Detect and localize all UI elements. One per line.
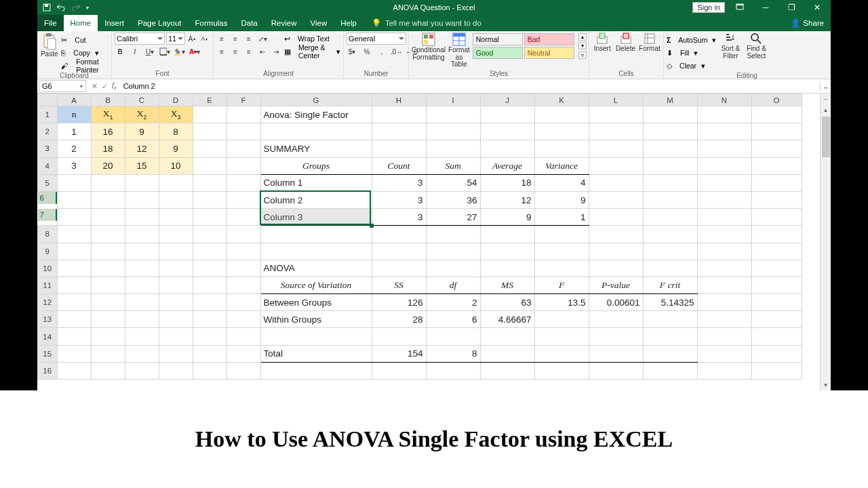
cell-D10[interactable] bbox=[159, 260, 193, 277]
cell-O15[interactable] bbox=[751, 345, 802, 362]
close-icon[interactable]: ✕ bbox=[806, 3, 828, 12]
cell-B8[interactable] bbox=[91, 226, 125, 243]
cell-J5[interactable]: 18 bbox=[480, 174, 534, 191]
cell-I14[interactable] bbox=[426, 328, 480, 345]
cell-C13[interactable] bbox=[125, 311, 159, 328]
cell-C16[interactable] bbox=[125, 362, 159, 379]
scroll-thumb[interactable] bbox=[822, 117, 830, 157]
style-neutral[interactable]: Neutral bbox=[524, 47, 574, 59]
cell-M14[interactable] bbox=[643, 328, 697, 345]
cell-C3[interactable]: 12 bbox=[125, 140, 159, 157]
cell-L15[interactable] bbox=[589, 345, 643, 362]
cell-J8[interactable] bbox=[480, 226, 534, 243]
cell-O14[interactable] bbox=[751, 328, 802, 345]
cell-L6[interactable] bbox=[589, 191, 643, 208]
cell-I3[interactable] bbox=[426, 140, 480, 157]
row-header-10[interactable]: 10 bbox=[38, 260, 58, 277]
cell-M3[interactable] bbox=[643, 140, 697, 157]
cell-J15[interactable] bbox=[480, 345, 534, 362]
cell-G4[interactable]: Groups bbox=[260, 157, 372, 174]
cell-M4[interactable] bbox=[643, 157, 697, 174]
cell-I4[interactable]: Sum bbox=[426, 157, 480, 174]
cell-C5[interactable] bbox=[125, 174, 159, 191]
vertical-scrollbar[interactable]: ─ ▲ ▼ bbox=[820, 94, 831, 390]
cell-N9[interactable] bbox=[697, 243, 751, 260]
row-header-6[interactable]: 6 bbox=[38, 192, 57, 204]
cell-J2[interactable] bbox=[480, 123, 534, 140]
cell-A12[interactable] bbox=[57, 294, 91, 311]
cell-D2[interactable]: 8 bbox=[159, 123, 193, 140]
cell-C4[interactable]: 15 bbox=[125, 157, 159, 174]
cell-O7[interactable] bbox=[751, 209, 802, 226]
cell-O12[interactable] bbox=[751, 294, 802, 311]
font-name-select[interactable]: Calibri bbox=[115, 33, 165, 45]
cell-H16[interactable] bbox=[372, 362, 426, 379]
align-left-icon[interactable]: ≡ bbox=[216, 46, 227, 57]
cell-A11[interactable] bbox=[57, 277, 91, 293]
number-format-select[interactable]: General bbox=[347, 33, 406, 45]
cell-E9[interactable] bbox=[193, 243, 226, 260]
cell-N2[interactable] bbox=[697, 123, 751, 140]
style-good[interactable]: Good bbox=[473, 47, 523, 59]
cell-G14[interactable] bbox=[260, 328, 372, 345]
cell-H8[interactable] bbox=[372, 226, 426, 243]
cell-E7[interactable] bbox=[193, 209, 226, 226]
bold-button[interactable]: B bbox=[115, 46, 125, 57]
tab-data[interactable]: Data bbox=[235, 15, 264, 31]
fx-icon[interactable]: fx bbox=[112, 81, 121, 91]
cell-E6[interactable] bbox=[193, 191, 226, 208]
cell-N5[interactable] bbox=[697, 174, 751, 191]
cell-M10[interactable] bbox=[643, 260, 697, 277]
cell-M7[interactable] bbox=[643, 209, 697, 226]
cell-A8[interactable] bbox=[57, 226, 91, 243]
cell-J6[interactable]: 12 bbox=[480, 191, 534, 208]
cell-K2[interactable] bbox=[534, 123, 589, 140]
cell-L11[interactable]: P-value bbox=[589, 277, 643, 293]
cell-M8[interactable] bbox=[643, 226, 697, 243]
find-select-button[interactable]: Find & Select bbox=[745, 33, 768, 60]
cell-K10[interactable] bbox=[534, 260, 589, 277]
autosum-button[interactable]: Σ AutoSum ▾ bbox=[667, 34, 716, 46]
cell-F1[interactable] bbox=[226, 106, 260, 123]
cell-F13[interactable] bbox=[226, 311, 260, 328]
scroll-down-icon[interactable]: ▼ bbox=[821, 380, 831, 390]
cell-B5[interactable] bbox=[91, 174, 125, 191]
cell-L1[interactable] bbox=[589, 106, 643, 123]
cell-O3[interactable] bbox=[751, 140, 802, 157]
cell-K8[interactable] bbox=[534, 226, 589, 243]
col-header-F[interactable]: F bbox=[226, 94, 260, 106]
row-header-2[interactable]: 2 bbox=[38, 123, 58, 140]
align-right-icon[interactable]: ≡ bbox=[243, 46, 254, 57]
cell-J1[interactable] bbox=[480, 106, 534, 123]
cell-B16[interactable] bbox=[91, 362, 125, 379]
cell-J3[interactable] bbox=[480, 140, 534, 157]
cell-G15[interactable]: Total bbox=[260, 345, 372, 362]
cell-E3[interactable] bbox=[193, 140, 226, 157]
row-header-12[interactable]: 12 bbox=[38, 294, 58, 311]
cell-F12[interactable] bbox=[226, 294, 260, 311]
enter-formula-icon[interactable]: ✓ bbox=[102, 82, 108, 91]
cell-K12[interactable]: 13.5 bbox=[534, 294, 589, 311]
cell-H4[interactable]: Count bbox=[372, 157, 426, 174]
format-painter-button[interactable]: 🖌 Format Painter bbox=[61, 60, 108, 72]
cell-I10[interactable] bbox=[426, 260, 480, 277]
cell-I15[interactable]: 8 bbox=[426, 345, 480, 362]
cell-E2[interactable] bbox=[193, 123, 226, 140]
cell-I6[interactable]: 36 bbox=[426, 191, 480, 208]
cell-D4[interactable]: 10 bbox=[159, 157, 193, 174]
cell-I5[interactable]: 54 bbox=[426, 174, 480, 191]
cell-L12[interactable]: 0.00601 bbox=[589, 294, 643, 311]
cell-B3[interactable]: 18 bbox=[91, 140, 125, 157]
underline-button[interactable]: U▾ bbox=[144, 46, 155, 57]
cell-N10[interactable] bbox=[697, 260, 751, 277]
cell-A14[interactable] bbox=[57, 328, 91, 345]
col-header-O[interactable]: O bbox=[751, 94, 802, 106]
cell-C14[interactable] bbox=[125, 328, 159, 345]
cell-B15[interactable] bbox=[91, 345, 125, 362]
clear-button[interactable]: ◇ Clear ▾ bbox=[667, 60, 716, 72]
cell-A9[interactable] bbox=[57, 243, 91, 260]
cell-K9[interactable] bbox=[534, 243, 589, 260]
cell-N3[interactable] bbox=[697, 140, 751, 157]
cell-A13[interactable] bbox=[57, 311, 91, 328]
redo-icon[interactable] bbox=[71, 3, 81, 12]
